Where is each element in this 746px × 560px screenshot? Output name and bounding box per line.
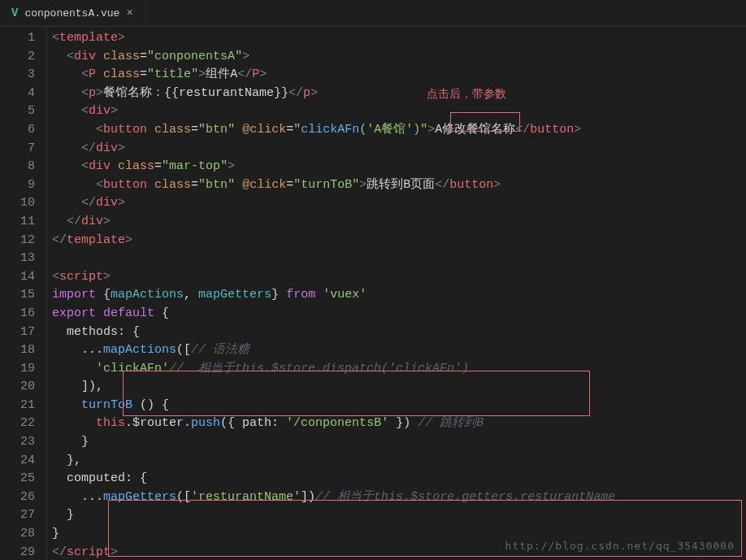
code-line: <button class="btn" @click="turnToB">跳转到… bbox=[52, 176, 746, 195]
line-number: 18 bbox=[0, 341, 35, 360]
line-number: 14 bbox=[0, 268, 35, 287]
line-number: 4 bbox=[0, 85, 35, 103]
line-number: 23 bbox=[0, 433, 35, 452]
line-number: 3 bbox=[0, 66, 35, 85]
tab-bar: V conponentsA.vue × bbox=[0, 0, 746, 27]
code-line: } bbox=[52, 433, 746, 452]
tab-filename: conponentsA.vue bbox=[24, 7, 119, 20]
line-number: 19 bbox=[0, 360, 35, 379]
code-area[interactable]: <template> <div class="conponentsA"> <P … bbox=[47, 27, 746, 560]
code-line: methods: { bbox=[52, 323, 746, 342]
code-line: export default { bbox=[52, 305, 746, 323]
line-number: 20 bbox=[0, 378, 35, 397]
code-line: import {mapActions, mapGetters} from 'vu… bbox=[52, 286, 746, 305]
code-line: }, bbox=[52, 452, 746, 471]
line-number: 9 bbox=[0, 176, 35, 195]
line-number: 17 bbox=[0, 323, 35, 342]
line-number: 26 bbox=[0, 488, 35, 507]
code-line: computed: { bbox=[52, 470, 746, 488]
code-line: ...mapActions([// 语法糖 bbox=[52, 341, 746, 360]
code-line: <div class="conponentsA"> bbox=[52, 48, 746, 67]
line-number: 1 bbox=[0, 29, 35, 48]
line-number: 13 bbox=[0, 250, 35, 268]
code-line: </template> bbox=[52, 232, 746, 250]
code-line: turnToB () { bbox=[52, 397, 746, 415]
code-line: } bbox=[52, 506, 746, 525]
line-number: 27 bbox=[0, 506, 35, 525]
line-number: 29 bbox=[0, 544, 35, 560]
code-line: </div> bbox=[52, 140, 746, 158]
code-line bbox=[52, 250, 746, 268]
tab-file[interactable]: V conponentsA.vue × bbox=[0, 0, 145, 26]
code-line: </div> bbox=[52, 194, 746, 213]
gutter: 1234567891011121314151617181920212223242… bbox=[0, 27, 47, 560]
code-line: <div class="mar-top"> bbox=[52, 158, 746, 176]
line-number: 11 bbox=[0, 213, 35, 232]
line-number: 6 bbox=[0, 121, 35, 140]
code-line: </div> bbox=[52, 213, 746, 232]
code-line: <div> bbox=[52, 102, 746, 121]
code-line: <button class="btn" @click="clickAFn('A餐… bbox=[52, 121, 746, 140]
code-line: ]), bbox=[52, 378, 746, 397]
line-number: 16 bbox=[0, 305, 35, 323]
line-number: 10 bbox=[0, 194, 35, 213]
line-number: 5 bbox=[0, 102, 35, 121]
code-line: <P class="title">组件A</P> bbox=[52, 66, 746, 85]
line-number: 25 bbox=[0, 470, 35, 488]
code-line: ...mapGetters(['resturantName'])// 相当于th… bbox=[52, 488, 746, 507]
code-line: <script> bbox=[52, 268, 746, 287]
code-line: <template> bbox=[52, 29, 746, 48]
annotation-text: 点击后，带参数 bbox=[427, 87, 506, 102]
code-line: 'clickAFn'// 相当于this.$store.dispatch('cl… bbox=[52, 360, 746, 379]
code-line: <p>餐馆名称：{{resturantName}}</p> bbox=[52, 85, 746, 103]
vue-icon: V bbox=[11, 7, 18, 20]
watermark: http://blog.csdn.net/qq_35430000 bbox=[505, 540, 735, 552]
line-number: 2 bbox=[0, 48, 35, 67]
close-icon[interactable]: × bbox=[126, 7, 132, 20]
line-number: 15 bbox=[0, 286, 35, 305]
line-number: 7 bbox=[0, 140, 35, 158]
line-number: 12 bbox=[0, 232, 35, 250]
line-number: 22 bbox=[0, 415, 35, 433]
line-number: 28 bbox=[0, 525, 35, 544]
line-number: 21 bbox=[0, 397, 35, 415]
line-number: 24 bbox=[0, 452, 35, 471]
line-number: 8 bbox=[0, 158, 35, 176]
editor: 1234567891011121314151617181920212223242… bbox=[0, 27, 746, 560]
code-line: this.$router.push({ path: '/conponentsB'… bbox=[52, 415, 746, 433]
